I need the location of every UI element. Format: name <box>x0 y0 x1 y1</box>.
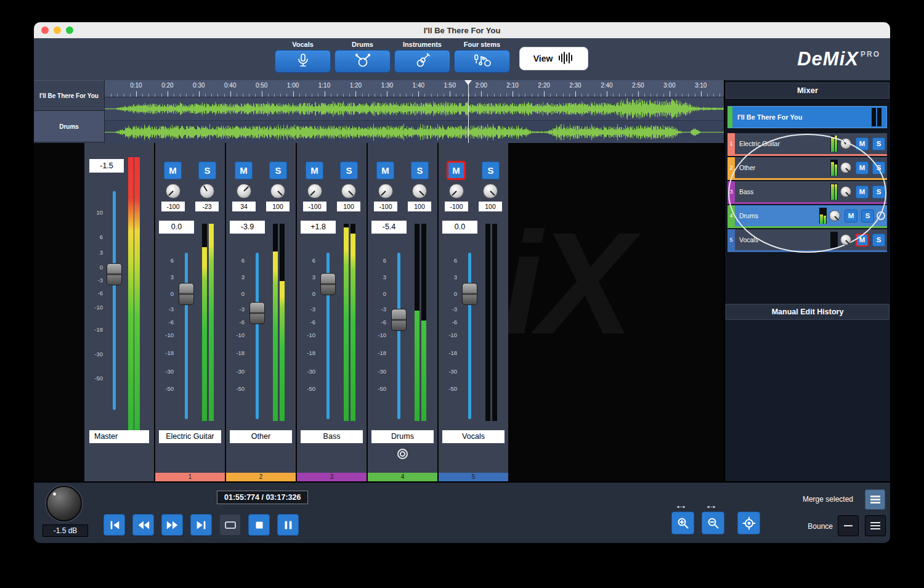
waveform-song[interactable] <box>105 97 724 120</box>
fader-handle[interactable] <box>462 283 477 305</box>
view-button-label: View <box>533 54 553 63</box>
guitar-icon <box>415 52 431 70</box>
pan-knob-right[interactable] <box>412 184 427 198</box>
vocals-stem-label: Vocals <box>292 40 314 49</box>
microphone-icon <box>295 52 311 70</box>
zoom-out-button[interactable] <box>702 512 724 534</box>
manual-edit-history-panel <box>726 320 890 481</box>
time-ruler[interactable]: 0:100:200:300:400:501:001:101:201:301:40… <box>105 80 724 97</box>
fader-track[interactable] <box>397 253 400 419</box>
level-meter-left <box>485 224 490 421</box>
timeline: I'll Be There For You Drums 0:100:200:30… <box>34 80 724 143</box>
playhead[interactable] <box>468 80 469 143</box>
record-icon[interactable] <box>397 449 408 459</box>
zoom-window-button[interactable] <box>66 27 73 34</box>
close-window-button[interactable] <box>41 27 49 34</box>
fader-handle[interactable] <box>391 309 407 331</box>
song-row-name: I'll Be There For You <box>732 113 872 121</box>
horizontal-zoom-arrow-icon: ↔ <box>704 500 718 510</box>
channel-name: Drums <box>371 430 434 443</box>
instruments-stem-label: Instruments <box>403 40 442 49</box>
fader-handle[interactable] <box>320 273 336 295</box>
channel-name: Vocals <box>442 430 505 443</box>
skip-to-end-button[interactable] <box>190 514 212 536</box>
channel-strip: M S 34 100 -3.9 630-3-6-10-18-30-50 Othe… <box>226 143 296 481</box>
stem-separation-buttons: Vocals Drums Instruments Four stems <box>275 40 510 73</box>
master-meter-right <box>134 157 140 431</box>
channel-name: Electric Guitar <box>159 430 221 443</box>
four-stems-icon <box>473 52 492 70</box>
mixer-panel: Mixer I'll Be There For You 1 Electric G… <box>724 80 890 481</box>
level-meter-right <box>492 224 497 421</box>
pan-knob-right[interactable] <box>200 184 214 198</box>
rewind-button[interactable] <box>132 514 154 536</box>
demix-pro-logo: DeMiXPRO <box>797 49 880 68</box>
four-stems-button[interactable] <box>454 50 510 73</box>
skip-to-start-button[interactable] <box>103 514 125 536</box>
pan-value-right: 100 <box>479 202 502 211</box>
fader-track[interactable] <box>256 253 259 419</box>
four-stems-label: Four stems <box>464 40 500 49</box>
bounce-menu-button[interactable] <box>865 515 886 536</box>
solo-button[interactable]: S <box>872 137 885 150</box>
fader-track[interactable] <box>468 253 471 419</box>
fader-handle[interactable] <box>249 302 265 324</box>
channel-number-band: 5 <box>439 473 508 481</box>
solo-button[interactable]: S <box>482 161 500 179</box>
mixer-track-row[interactable]: 4 Drums M S <box>727 205 887 228</box>
pan-knob-right[interactable] <box>270 184 285 198</box>
timeline-track-label-drums[interactable]: Drums <box>34 111 104 142</box>
horizontal-zoom-arrow-icon: ↔ <box>674 500 688 510</box>
level-meter-left <box>415 224 419 421</box>
channel-name: Bass <box>301 430 363 443</box>
song-row-color-strip <box>728 107 732 128</box>
channel-number-band: 4 <box>368 473 437 481</box>
pan-value-right: 100 <box>408 202 431 211</box>
locate-playhead-button[interactable] <box>737 512 760 534</box>
pan-knob[interactable] <box>840 234 851 245</box>
waveform-drums[interactable] <box>105 120 724 143</box>
bounce-label: Bounce <box>808 522 833 531</box>
output-volume-knob[interactable] <box>46 486 82 521</box>
bounce-remove-button[interactable] <box>838 515 859 536</box>
drum-icon <box>355 52 371 70</box>
vocals-stem-button[interactable] <box>275 50 331 73</box>
level-meter-right <box>421 224 426 421</box>
pan-knob-right[interactable] <box>341 184 356 198</box>
pan-knob-right[interactable] <box>483 184 498 198</box>
mixer-strips-area: iX -1.5 10630-3-6-10-18-30-50 Master M S <box>34 143 724 481</box>
master-fader-handle[interactable] <box>107 263 122 285</box>
master-label: Master <box>89 430 149 443</box>
merge-menu-button[interactable] <box>865 489 885 510</box>
view-button[interactable]: View <box>519 47 588 70</box>
fader-track[interactable] <box>185 253 188 419</box>
master-meter-left <box>128 157 134 431</box>
zoom-in-button[interactable] <box>671 512 694 534</box>
timeline-content[interactable]: 0:100:200:300:400:501:001:101:201:301:40… <box>105 80 724 143</box>
timeline-track-label-song[interactable]: I'll Be There For You <box>34 80 104 111</box>
transport-bar: -1.5 dB 01:55:774 / 03:17:326 ↔ ↔ Merge … <box>34 481 890 543</box>
channel-strip: M S -100 -23 0.0 630-3-6-10-18-30-50 Ele… <box>155 143 225 481</box>
instruments-stem-button[interactable] <box>394 50 450 73</box>
solo-button[interactable]: S <box>269 161 287 179</box>
solo-button[interactable]: S <box>340 161 358 179</box>
minimize-window-button[interactable] <box>54 27 61 34</box>
pan-value-right: 100 <box>337 202 360 211</box>
manual-edit-history-header: Manual Edit History <box>726 304 890 320</box>
drums-stem-button[interactable] <box>334 50 391 73</box>
channel-strip: M S -100 100 -5.4 630-3-6-10-18-30-50 Dr… <box>368 143 437 481</box>
waveform-icon <box>558 52 574 66</box>
pause-button[interactable] <box>277 514 299 536</box>
loop-button[interactable] <box>219 514 241 536</box>
solo-button[interactable]: S <box>872 234 885 247</box>
solo-button[interactable]: S <box>198 161 216 179</box>
solo-button[interactable]: S <box>411 161 429 179</box>
stop-button[interactable] <box>248 514 270 536</box>
fast-forward-button[interactable] <box>161 514 183 536</box>
master-fader-track[interactable] <box>113 191 116 410</box>
level-meter-right <box>351 224 355 421</box>
track-number: 5 <box>727 229 735 250</box>
fader-handle[interactable] <box>179 283 194 305</box>
mixer-song-row[interactable]: I'll Be There For You <box>727 106 887 128</box>
record-icon[interactable] <box>877 211 885 220</box>
